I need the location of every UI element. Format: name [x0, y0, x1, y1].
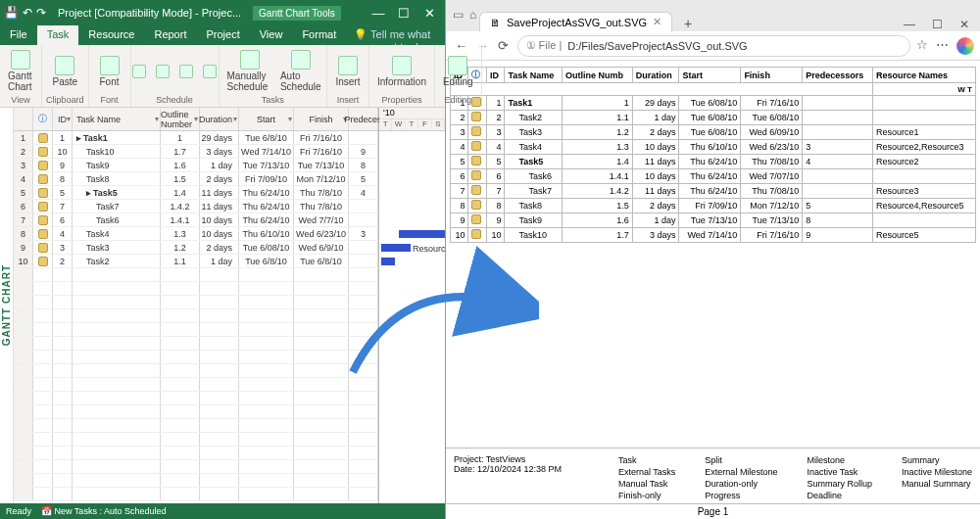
empty-row[interactable]: [14, 405, 378, 419]
task-indicator-icon: [38, 174, 48, 184]
redo-icon[interactable]: ↷: [36, 6, 46, 20]
auto-schedule-button[interactable]: Auto Schedule: [279, 48, 322, 94]
task-row[interactable]: 39Task91.61 dayTue 7/13/10Tue 7/13/108: [14, 159, 378, 172]
svg-task-row: 44Task41.310 daysThu 6/10/10Wed 6/23/103…: [451, 140, 976, 155]
forward-icon[interactable]: →: [476, 38, 489, 53]
col-outline[interactable]: Outline Number▾: [161, 108, 200, 130]
save-icon[interactable]: 💾: [4, 6, 19, 20]
empty-row[interactable]: [14, 351, 378, 364]
col-pred[interactable]: Predeces: [349, 108, 378, 130]
view-side-label[interactable]: GANTT CHART: [0, 108, 14, 503]
paste-button[interactable]: Paste: [48, 54, 81, 89]
favorite-icon[interactable]: ☆: [916, 37, 928, 55]
empty-row[interactable]: [14, 433, 378, 447]
empty-row[interactable]: [14, 488, 378, 501]
tab-resource[interactable]: Resource: [78, 25, 144, 45]
refresh-icon[interactable]: ⟳: [498, 38, 509, 53]
legend-item: Manual Summary: [902, 478, 972, 490]
tab-close-icon[interactable]: ✕: [653, 16, 662, 28]
tab-actions-icon[interactable]: ▭: [453, 8, 464, 22]
gantt-chart-button[interactable]: Gantt Chart: [4, 48, 37, 94]
tab-format[interactable]: Format: [292, 25, 346, 45]
copilot-icon[interactable]: [956, 37, 974, 55]
task-row[interactable]: 84Task41.310 daysThu 6/10/10Wed 6/23/103: [14, 227, 378, 241]
legend-item: Task: [618, 454, 675, 466]
outdent-button[interactable]: [128, 63, 150, 80]
minimize-icon[interactable]: —: [367, 6, 390, 21]
col-start[interactable]: Start▾: [239, 108, 294, 130]
empty-row[interactable]: [14, 474, 378, 488]
unlink-button[interactable]: [199, 63, 220, 80]
empty-row[interactable]: [14, 296, 378, 309]
browser-tab[interactable]: 🗎 SaveProjectAsSVG_out.SVG ✕: [479, 12, 672, 31]
task-row[interactable]: 55▸Task51.411 daysThu 6/24/10Thu 7/8/104: [14, 186, 378, 200]
empty-row[interactable]: [14, 447, 378, 460]
legend-date: Date: 12/10/2024 12:38 PM: [454, 464, 601, 474]
browser-maximize-icon[interactable]: ☐: [925, 18, 949, 31]
gantt-bar[interactable]: [381, 244, 411, 252]
indent-button[interactable]: [152, 63, 173, 80]
tab-file[interactable]: File: [0, 25, 37, 45]
task-row[interactable]: 210Task101.73 daysWed 7/14/10Fri 7/16/10…: [14, 145, 378, 159]
empty-row[interactable]: [14, 309, 378, 323]
tab-view[interactable]: View: [250, 25, 293, 45]
task-row[interactable]: 76Task61.4.110 daysThu 6/24/10Wed 7/7/10: [14, 213, 378, 227]
gantt-bar[interactable]: [399, 230, 445, 238]
new-tab-button[interactable]: +: [678, 16, 698, 31]
empty-row[interactable]: [14, 364, 378, 378]
legend-item: External Milestone: [705, 466, 777, 478]
link-button[interactable]: [175, 63, 197, 80]
insert-button[interactable]: Insert: [331, 54, 365, 89]
maximize-icon[interactable]: ☐: [392, 6, 416, 21]
status-bar: Ready 📅 New Tasks : Auto Scheduled: [0, 503, 445, 519]
legend-item: Finish-only: [618, 490, 675, 501]
editing-button[interactable]: Editing: [439, 54, 477, 89]
task-row[interactable]: 67Task71.4.211 daysThu 6/24/10Thu 7/8/10: [14, 200, 378, 213]
close-icon[interactable]: ✕: [417, 6, 441, 21]
contextual-tab[interactable]: Gantt Chart Tools: [253, 6, 341, 21]
font-button[interactable]: Font: [93, 54, 126, 89]
tab-vertical-icon[interactable]: ⌂: [469, 8, 476, 22]
manual-schedule-button[interactable]: Manually Schedule: [223, 48, 277, 94]
menu-icon[interactable]: ⋯: [936, 37, 949, 55]
svg-col-header: ID: [486, 68, 504, 83]
empty-row[interactable]: [14, 282, 378, 296]
task-row[interactable]: 102Task21.11 dayTue 6/8/10Tue 6/8/10: [14, 255, 378, 268]
task-indicator-icon: [38, 188, 48, 198]
svg-task-row: 99Task91.61 dayTue 7/13/10Tue 7/13/108: [451, 213, 976, 228]
information-button[interactable]: Information: [373, 54, 430, 89]
browser-minimize-icon[interactable]: —: [898, 18, 921, 31]
empty-row[interactable]: [14, 378, 378, 392]
svg-document: IDⓘIDTask NameOutline NumbDurationStartF…: [446, 61, 980, 519]
empty-row[interactable]: [14, 419, 378, 433]
task-row[interactable]: 11▸Task1129 daysTue 6/8/10Fri 7/16/10: [14, 131, 378, 145]
tab-report[interactable]: Report: [144, 25, 196, 45]
task-indicator-icon: [471, 229, 481, 239]
col-taskname[interactable]: Task Name▾: [73, 108, 161, 130]
empty-row[interactable]: [14, 337, 378, 351]
col-id[interactable]: ID▾: [53, 108, 73, 130]
col-duration[interactable]: Duration▾: [200, 108, 239, 130]
gantt-bar[interactable]: [381, 258, 395, 265]
empty-row[interactable]: [14, 392, 378, 405]
title-bar[interactable]: 💾 ↶ ↷ Project [Compatibility Mode] - Pro…: [0, 0, 445, 25]
undo-icon[interactable]: ↶: [23, 6, 32, 20]
task-row[interactable]: 48Task81.52 daysFri 7/09/10Mon 7/12/105: [14, 172, 378, 186]
empty-row[interactable]: [14, 323, 378, 337]
empty-row[interactable]: [14, 460, 378, 474]
empty-row[interactable]: [14, 268, 378, 282]
tab-project[interactable]: Project: [196, 25, 249, 45]
gantt-chart-area[interactable]: '10 TWTFS: [379, 108, 445, 503]
url-input[interactable]: ① File | D:/Files/SaveProjectAsSVG_out.S…: [517, 35, 910, 57]
tell-me-search[interactable]: Tell me what you want to do...: [346, 25, 445, 45]
browser-tab-bar: ▭ ⌂ 🗎 SaveProjectAsSVG_out.SVG ✕ + — ☐ ✕: [446, 0, 980, 31]
task-row[interactable]: 93Task31.22 daysTue 6/08/10Wed 6/9/10: [14, 241, 378, 255]
col-rownum[interactable]: [14, 108, 33, 130]
legend-item: Progress: [705, 490, 777, 501]
ribbon: Gantt ChartView PasteClipboard FontFont …: [0, 45, 445, 108]
col-finish[interactable]: Finish▾: [294, 108, 349, 130]
col-indicator[interactable]: ⓘ: [33, 108, 53, 130]
tab-task[interactable]: Task: [37, 25, 79, 45]
browser-close-icon[interactable]: ✕: [953, 18, 976, 31]
page-number: Page 1: [446, 503, 980, 519]
